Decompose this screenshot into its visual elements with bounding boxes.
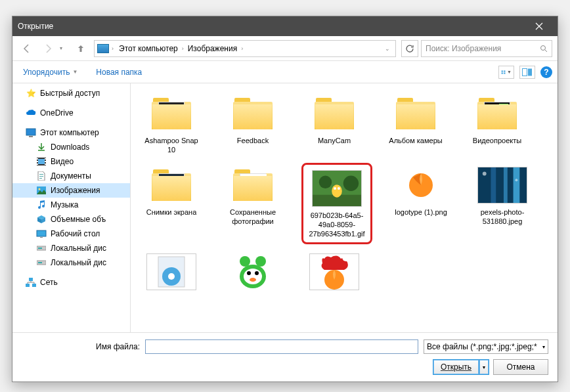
svg-point-37 [332, 185, 342, 197]
svg-rect-25 [38, 248, 42, 249]
svg-point-21 [39, 188, 41, 190]
folder-item[interactable]: Сохраненные фотографии [220, 163, 286, 244]
help-button[interactable]: ? [540, 66, 552, 78]
forward-button[interactable] [39, 39, 57, 58]
window-title: Открытие [18, 22, 526, 31]
svg-rect-6 [528, 68, 532, 76]
svg-rect-1 [502, 70, 504, 72]
disk-icon [36, 243, 47, 253]
svg-rect-5 [523, 68, 527, 76]
chevron-right-icon: › [182, 45, 184, 52]
svg-rect-13 [37, 163, 38, 165]
download-icon [36, 142, 47, 152]
music-icon [36, 200, 47, 210]
back-button[interactable] [18, 39, 36, 58]
file-item[interactable]: logotype (1).png [388, 163, 454, 244]
svg-rect-7 [26, 129, 35, 135]
svg-rect-28 [29, 278, 33, 281]
address-bar[interactable]: › Этот компьютер › Изображения › ⌄ [94, 40, 396, 57]
sidebar-3d-objects[interactable]: Объемные объ [12, 212, 130, 227]
sidebar-downloads[interactable]: Downloads [12, 140, 130, 154]
svg-rect-43 [504, 167, 508, 203]
sidebar-desktop[interactable]: Рабочий стол [12, 227, 130, 241]
file-item[interactable] [301, 250, 367, 297]
sidebar-local-disk-2[interactable]: Локальный дис [12, 255, 130, 270]
svg-rect-42 [491, 167, 496, 203]
svg-point-55 [255, 271, 259, 275]
sidebar-network[interactable]: Сеть [12, 275, 130, 290]
svg-point-51 [244, 269, 262, 284]
sidebar-this-pc[interactable]: Этот компьютер [12, 125, 130, 140]
view-mode-button[interactable]: ▼ [498, 66, 514, 79]
disk-icon [36, 257, 47, 268]
svg-rect-27 [38, 262, 42, 263]
svg-point-35 [319, 175, 332, 188]
sidebar-pictures[interactable]: Изображения [12, 183, 130, 198]
breadcrumb-root[interactable]: Этот компьютер [116, 43, 181, 54]
folder-item[interactable]: ManyCam [301, 91, 367, 158]
open-button[interactable]: Открыть [433, 359, 479, 375]
svg-rect-29 [26, 284, 30, 287]
organize-button[interactable]: Упорядочить▼ [18, 65, 83, 79]
filename-label: Имя файла: [22, 342, 140, 351]
file-item[interactable] [220, 250, 286, 297]
svg-point-57 [342, 253, 350, 261]
cloud-icon [26, 108, 36, 118]
folder-item[interactable]: Снимки экрана [139, 163, 204, 244]
sidebar-videos[interactable]: Видео [12, 154, 130, 169]
svg-point-38 [334, 187, 336, 190]
svg-rect-4 [504, 72, 506, 74]
svg-rect-8 [29, 136, 33, 137]
navigation-bar: ▾ › Этот компьютер › Изображения › ⌄ Пои… [12, 36, 558, 61]
folder-item[interactable]: Альбом камеры [383, 91, 449, 158]
sidebar-music[interactable]: Музыка [12, 198, 130, 212]
svg-rect-23 [40, 237, 43, 238]
up-button[interactable] [73, 41, 89, 56]
preview-pane-button[interactable] [519, 66, 535, 79]
star-icon: ⭐ [26, 88, 36, 98]
refresh-button[interactable] [401, 40, 418, 57]
svg-point-45 [483, 171, 487, 175]
file-type-filter[interactable]: Все файлы (*.png;*.jpg;*.jpeg;*▾ [424, 339, 548, 354]
svg-point-52 [240, 256, 250, 267]
titlebar: Открытие [12, 16, 558, 36]
file-list: Ashampoo Snap 10 Feedback ManyCam Альбом… [131, 83, 558, 332]
svg-point-49 [168, 273, 175, 280]
sidebar-local-disk-1[interactable]: Локальный дис [12, 241, 130, 255]
history-dropdown[interactable]: ▾ [60, 45, 70, 51]
file-item-selected[interactable]: 697b023b-64a5-49a0-8059-27b963453fb1.gif [301, 163, 372, 244]
search-input[interactable]: Поиск: Изображения [421, 40, 552, 57]
picture-icon [36, 185, 47, 196]
folder-item[interactable]: Видеопроекты [464, 91, 530, 158]
svg-rect-18 [39, 176, 43, 177]
breadcrumb: Этот компьютер › Изображения › [116, 43, 380, 54]
new-folder-button[interactable]: Новая папка [91, 65, 147, 79]
open-dropdown[interactable]: ▼ [479, 359, 489, 375]
svg-rect-44 [514, 167, 520, 203]
svg-rect-17 [39, 174, 43, 175]
svg-point-56 [250, 278, 256, 282]
address-dropdown[interactable]: ⌄ [382, 45, 393, 52]
svg-rect-3 [502, 72, 504, 74]
sidebar-documents[interactable]: Документы [12, 169, 130, 183]
folder-item[interactable]: Ashampoo Snap 10 [139, 91, 204, 158]
file-item[interactable]: pexels-photo-531880.jpeg [470, 163, 535, 244]
breadcrumb-folder[interactable]: Изображения [185, 43, 240, 54]
filename-input[interactable] [145, 339, 418, 354]
close-button[interactable] [526, 16, 552, 36]
svg-rect-11 [37, 158, 38, 160]
open-dialog: Открытие ▾ › Этот компьютер › Изображени… [12, 16, 558, 382]
sidebar-onedrive[interactable]: OneDrive [12, 106, 130, 120]
svg-rect-12 [37, 161, 38, 162]
document-icon [36, 171, 47, 181]
dialog-footer: Имя файла: Все файлы (*.png;*.jpg;*.jpeg… [12, 332, 558, 381]
network-icon [26, 277, 36, 288]
folder-item[interactable]: Feedback [220, 91, 286, 158]
file-item[interactable] [139, 250, 204, 297]
sidebar-quick-access[interactable]: ⭐Быстрый доступ [12, 86, 130, 100]
search-placeholder: Поиск: Изображения [426, 44, 537, 53]
svg-rect-10 [38, 159, 45, 164]
svg-rect-30 [32, 284, 36, 287]
cancel-button[interactable]: Отмена [493, 359, 548, 375]
chevron-right-icon: › [241, 45, 243, 52]
